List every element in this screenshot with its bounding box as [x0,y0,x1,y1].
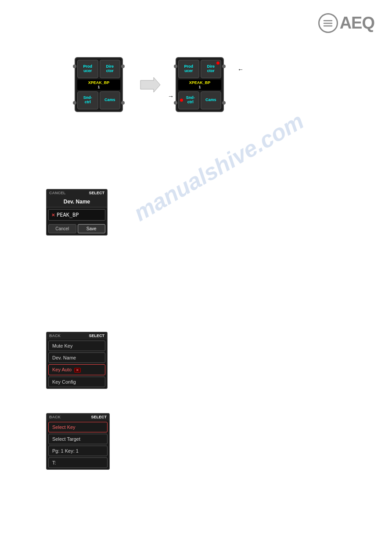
menu3-item-selecttarget[interactable]: Select Target [48,434,108,444]
knob-right-right-top [222,65,226,68]
devname-save-button[interactable]: Save [78,224,106,233]
device-panel-left: Producer Director XPEAK_BP1 Snd-ctrl Cam… [75,57,123,112]
aeq-logo-icon [318,13,338,33]
menu2-select-label[interactable]: SELECT [89,334,104,338]
devname-x-mark: ✕ [51,213,55,218]
device-label-right: XPEAK_BP1 [178,80,221,90]
key-producer-left: Producer [77,60,98,78]
devname-input-value: PEAK_BP [57,212,79,218]
knob-right-top [121,65,125,68]
devname-buttons: Cancel Save [47,222,107,235]
watermark: manualshive.com [129,108,308,226]
menu3-item-t[interactable]: T: [48,457,108,468]
knob-left-top [73,65,76,68]
device-label-left: XPEAK_BP1 [77,80,120,90]
devname-cancel-button[interactable]: Cancel [48,224,76,233]
annotation-sndctrl: → [168,93,174,100]
key-producer-right: Producer [178,60,199,78]
aeq-logo-text: AEQ [340,14,374,33]
panel-devname: CANCEL SELECT Dev. Name ✕ PEAK_BP Cancel… [46,189,108,236]
devname-input[interactable]: ✕ PEAK_BP [48,209,105,221]
key-cams-left: Cams [100,91,121,110]
devname-cancel-label[interactable]: CANCEL [49,191,66,195]
menu3-select-label[interactable]: SELECT [91,415,107,419]
knob-right-left-bottom [174,101,177,105]
key-sndctrl-right: Snd-ctrl [178,91,199,110]
device-panel-right: Producer Director XPEAK_BP1 Snd-ctrl Cam… [176,57,224,112]
menu2-item-keyauto[interactable]: Key Auto ✕ [48,364,105,375]
menu3-item-selectkey[interactable]: Select Key [48,422,108,432]
panel-menu3-header: BACK SELECT [47,414,109,421]
devname-select-label[interactable]: SELECT [89,191,104,195]
annotation-director: ← [237,66,244,73]
key-cams-right: Cams [201,91,222,110]
device-panel-right-wrapper: Producer Director XPEAK_BP1 Snd-ctrl Cam… [176,57,224,112]
key-auto-tag: ✕ [74,368,81,373]
menu3-back-label[interactable]: BACK [49,415,61,419]
menu3-item-pgkey[interactable]: Pg: 1 Key: 1 [48,446,108,456]
diagram-arrow [136,74,162,96]
knob-right-right-bottom [222,101,226,105]
key-director-right: Director [201,60,222,78]
panel-menu2-header: BACK SELECT [47,332,107,339]
diagram-section: Producer Director XPEAK_BP1 Snd-ctrl Cam… [75,57,224,112]
aeq-logo: AEQ [318,13,374,33]
menu2-item-devname[interactable]: Dev. Name [48,352,105,363]
devname-title: Dev. Name [47,196,107,207]
knob-right-left-top [174,65,177,68]
panel-menu2: BACK SELECT Mute Key Dev. Name Key Auto … [46,332,108,389]
knob-right-bottom [121,101,125,105]
menu2-item-mutekey[interactable]: Mute Key [48,341,105,351]
panel-devname-header: CANCEL SELECT [47,189,107,196]
key-sndctrl-left: Snd-ctrl [77,91,98,110]
key-director-left: Director [100,60,121,78]
menu2-item-keyconfig[interactable]: Key Config [48,377,105,387]
svg-marker-3 [140,77,160,92]
menu2-back-label[interactable]: BACK [49,334,61,338]
knob-left-bottom [73,101,76,105]
panel-menu3: BACK SELECT Select Key Select Target Pg:… [46,413,110,470]
